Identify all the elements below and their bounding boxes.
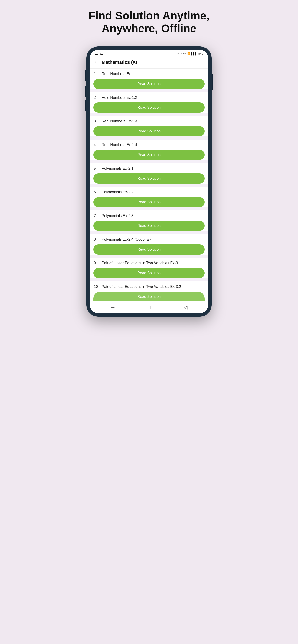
item-label: Polynomials Ex-2.1 xyxy=(102,166,133,170)
read-solution-button[interactable]: Read Solution xyxy=(93,174,205,184)
read-solution-button[interactable]: Read Solution xyxy=(93,268,205,278)
item-label: Polynomials Ex-2.4 (Optional) xyxy=(102,238,151,242)
read-solution-button[interactable]: Read Solution xyxy=(93,150,205,160)
exercise-list: 1 Real Numbers Ex-1.1 Read Solution 2 Re… xyxy=(90,68,208,301)
list-item: 1 Real Numbers Ex-1.1 Read Solution xyxy=(90,68,208,89)
read-solution-button[interactable]: Read Solution xyxy=(93,292,205,301)
read-solution-button[interactable]: Read Solution xyxy=(93,244,205,254)
list-item: 9 Pair of Linear Equations in Two Variab… xyxy=(90,258,208,278)
status-bar: 10:01 27.0 KB/S 📶 ▌▌▌ 40% xyxy=(90,50,208,57)
nav-bar: ← Mathematics (X) xyxy=(90,57,208,68)
item-number: 4 xyxy=(94,143,98,147)
list-item: 3 Real Numbers Ex-1.3 Read Solution xyxy=(90,116,208,136)
item-label: Real Numbers Ex-1.2 xyxy=(102,96,137,100)
phone-frame: 10:01 27.0 KB/S 📶 ▌▌▌ 40% ← Mathematics … xyxy=(86,46,212,317)
screen-title: Mathematics (X) xyxy=(102,60,137,65)
status-icons: 27.0 KB/S 📶 ▌▌▌ 40% xyxy=(177,52,203,55)
read-solution-button[interactable]: Read Solution xyxy=(93,126,205,136)
wifi-icon: 📶 xyxy=(187,52,191,55)
phone-screen: 10:01 27.0 KB/S 📶 ▌▌▌ 40% ← Mathematics … xyxy=(90,50,208,314)
read-solution-button[interactable]: Read Solution xyxy=(93,102,205,113)
item-label: Real Numbers Ex-1.3 xyxy=(102,119,137,123)
item-number: 8 xyxy=(94,238,98,242)
list-item: 8 Polynomials Ex-2.4 (Optional) Read Sol… xyxy=(90,234,208,254)
item-label: Real Numbers Ex-1.4 xyxy=(102,143,137,147)
item-number: 3 xyxy=(94,119,98,123)
item-number: 5 xyxy=(94,166,98,170)
item-number: 10 xyxy=(94,285,98,289)
back-nav-icon[interactable]: ◁ xyxy=(184,304,187,310)
item-label: Pair of Linear Equations in Two Variable… xyxy=(102,261,181,265)
item-number: 6 xyxy=(94,190,98,194)
list-item: 6 Polynomials Ex-2.2 Read Solution xyxy=(90,187,208,207)
item-number: 7 xyxy=(94,214,98,218)
item-label: Pair of Linear Equations in Two Variable… xyxy=(102,285,181,289)
data-speed-icon: 27.0 KB/S xyxy=(177,52,186,55)
item-number: 9 xyxy=(94,261,98,265)
read-solution-button[interactable]: Read Solution xyxy=(93,197,205,207)
item-label: Real Numbers Ex-1.1 xyxy=(102,72,137,76)
item-number: 2 xyxy=(94,96,98,100)
list-item-partial: 10 Pair of Linear Equations in Two Varia… xyxy=(90,282,208,301)
item-label: Polynomials Ex-2.3 xyxy=(102,214,133,218)
list-item: 4 Real Numbers Ex-1.4 Read Solution xyxy=(90,140,208,160)
menu-icon[interactable]: ☰ xyxy=(111,304,115,310)
list-item: 7 Polynomials Ex-2.3 Read Solution xyxy=(90,210,208,231)
battery-text: 40% xyxy=(198,52,203,55)
home-icon[interactable]: □ xyxy=(148,305,151,310)
signal-icon: ▌▌▌ xyxy=(191,52,197,55)
read-solution-button[interactable]: Read Solution xyxy=(93,221,205,231)
list-item: 2 Real Numbers Ex-1.2 Read Solution xyxy=(90,92,208,113)
status-time: 10:01 xyxy=(95,52,103,56)
read-solution-button[interactable]: Read Solution xyxy=(93,79,205,89)
bottom-nav-bar: ☰ □ ◁ xyxy=(90,301,208,314)
item-number: 1 xyxy=(94,72,98,76)
back-button[interactable]: ← xyxy=(94,59,99,65)
item-label: Polynomials Ex-2.2 xyxy=(102,190,133,194)
hero-title: Find Solution Anytime, Anywhere, Offline xyxy=(84,9,214,35)
list-item: 5 Polynomials Ex-2.1 Read Solution xyxy=(90,163,208,184)
